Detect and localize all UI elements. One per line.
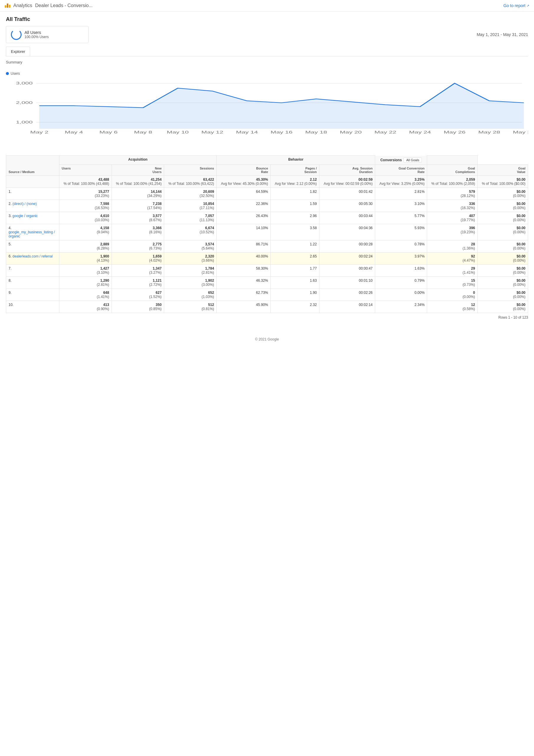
row-num: 4.: [9, 226, 12, 230]
row-new-users: 7,238 (17.54%): [112, 200, 164, 212]
x-label-may22: May 22: [375, 130, 396, 134]
row-users: 648 (1.41%): [59, 288, 112, 301]
row-goal-conv-rate: 0.78%: [375, 240, 427, 252]
row-pages-session: 2.96: [271, 212, 319, 224]
all-goals-button[interactable]: All Goals: [404, 157, 422, 163]
source-link[interactable]: dealerleads.com / referral: [13, 254, 53, 258]
row-pages-session: 1.59: [271, 200, 319, 212]
x-label-may16: May 16: [271, 130, 293, 134]
total-pages-session: 2.12 Avg for View: 2.12 (0.00%): [271, 176, 319, 188]
y-label-1000: 1,000: [16, 121, 33, 124]
row-goal-value: $0.00 (0.00%): [478, 240, 528, 252]
table-row: 2. (direct) / (none) 7,598 (16.53%) 7,23…: [6, 200, 528, 212]
table-row: 9. 648 (1.41%) 627 (1.52%) 652 (1.03%) 6…: [6, 288, 528, 301]
row-new-users: 3,577 (8.67%): [112, 212, 164, 224]
table-row: 5. 2,889 (6.28%) 2,775 (6.73%) 3,574 (5.…: [6, 240, 528, 252]
row-users: 1,900 (4.13%): [59, 252, 112, 264]
x-label-may12: May 12: [201, 130, 223, 134]
row-goal-conv-rate: 5.77%: [375, 212, 427, 224]
row-new-users: 14,144 (34.29%): [112, 188, 164, 200]
row-bounce-rate: 45.90%: [217, 301, 271, 313]
segment-icon: [11, 29, 21, 40]
row-users: 1,427 (3.10%): [59, 264, 112, 276]
row-avg-duration: 00:00:28: [319, 240, 375, 252]
chart-area-fill: [39, 83, 524, 129]
row-new-users: 627 (1.52%): [112, 288, 164, 301]
row-new-users: 1,121 (2.72%): [112, 276, 164, 288]
row-num-source: 9.: [6, 288, 59, 301]
table-row: 10. 413 (0.90%) 350 (0.85%) 512 (0.81%) …: [6, 301, 528, 313]
rows-info: Rows 1 - 10 of 123: [6, 315, 528, 319]
col-group-behavior: Behavior: [217, 156, 375, 165]
total-label: [6, 176, 59, 188]
total-goal-completions: 2,059 % of Total: 100.00% (2,059): [427, 176, 478, 188]
row-avg-duration: 00:02:24: [319, 252, 375, 264]
col-bounce-rate: BounceRate: [217, 165, 271, 176]
source-link[interactable]: google / organic: [13, 214, 38, 218]
row-users: 4,158 (9.04%): [59, 224, 112, 240]
row-sessions: 512 (0.81%): [164, 301, 217, 313]
row-num-source: 2. (direct) / (none): [6, 200, 59, 212]
row-goal-conv-rate: 2.81%: [375, 188, 427, 200]
row-goal-conv-rate: 0.00%: [375, 288, 427, 301]
page-title: All Traffic: [6, 16, 528, 22]
row-users: 2,889 (6.28%): [59, 240, 112, 252]
row-pages-session: 1.82: [271, 188, 319, 200]
row-goal-conv-rate: 1.63%: [375, 264, 427, 276]
row-sessions: 6,674 (10.52%): [164, 224, 217, 240]
header-left: Analytics Dealer Leads - Conversio...: [5, 3, 93, 8]
footer: © 2021 Google: [6, 337, 528, 347]
col-avg-session: Avg. SessionDuration: [319, 165, 375, 176]
row-goal-value: $0.00 (0.00%): [478, 200, 528, 212]
col-sessions: Sessions: [164, 165, 217, 176]
col-header-row: Users NewUsers Sessions BounceRate Pages…: [6, 165, 528, 176]
row-bounce-rate: 14.10%: [217, 224, 271, 240]
table-row: 3. google / organic 4,610 (10.03%) 3,577…: [6, 212, 528, 224]
row-avg-duration: 00:04:36: [319, 224, 375, 240]
row-goal-value: $0.00 (0.00%): [478, 212, 528, 224]
row-goal-completions: 92 (4.47%): [427, 252, 478, 264]
row-goal-completions: 0 (0.00%): [427, 288, 478, 301]
row-pages-session: 1.63: [271, 276, 319, 288]
table-body: 1. 15,277 (33.23%) 14,144 (34.29%) 20,60…: [6, 188, 528, 313]
row-num: 3.: [9, 214, 12, 218]
row-goal-completions: 336 (16.32%): [427, 200, 478, 212]
go-to-report-link[interactable]: Go to report ↗: [503, 3, 529, 8]
row-avg-duration: 00:01:10: [319, 276, 375, 288]
tab-explorer[interactable]: Explorer: [6, 47, 30, 56]
source-link[interactable]: google_my_business_listing / organic: [9, 230, 55, 238]
y-label-3000: 3,000: [16, 82, 33, 85]
conversions-label: Conversions: [380, 158, 402, 162]
row-num: 9.: [9, 291, 12, 295]
row-sessions: 1,784 (2.81%): [164, 264, 217, 276]
row-pages-session: 1.77: [271, 264, 319, 276]
col-group-acquisition: Acquisition: [59, 156, 217, 165]
row-pages-session: 1.22: [271, 240, 319, 252]
source-link[interactable]: (direct) / (none): [13, 202, 37, 206]
row-goal-completions: 29 (1.41%): [427, 264, 478, 276]
data-table: Source / Medium Acquisition Behavior Con…: [6, 155, 528, 313]
segment-percentage: 100.00% Users: [24, 35, 49, 39]
total-bounce-rate: 45.30% Avg for View: 45.30% (0.00%): [217, 176, 271, 188]
col-group-conversions: Conversions All Goals: [375, 156, 427, 165]
col-group-goal-value-header: [427, 156, 478, 165]
row-num-source: 1.: [6, 188, 59, 200]
row-avg-duration: 00:03:44: [319, 212, 375, 224]
row-new-users: 2,775 (6.73%): [112, 240, 164, 252]
row-avg-duration: 00:02:14: [319, 301, 375, 313]
row-users: 413 (0.90%): [59, 301, 112, 313]
row-num-source: 6. dealerleads.com / referral: [6, 252, 59, 264]
tabs-bar: Explorer: [6, 47, 528, 56]
go-to-report-label: Go to report: [503, 3, 525, 8]
row-users: 7,598 (16.53%): [59, 200, 112, 212]
x-label-may20: May 20: [340, 130, 361, 134]
row-sessions: 20,609 (32.50%): [164, 188, 217, 200]
row-pages-session: 2.32: [271, 301, 319, 313]
col-source-medium: Source / Medium: [6, 156, 59, 176]
row-bounce-rate: 22.36%: [217, 200, 271, 212]
col-goal-value: GoalValue: [478, 165, 528, 176]
chart-metric-text: Users: [11, 71, 20, 76]
analytics-logo: [5, 4, 10, 8]
row-num: 1.: [9, 190, 12, 194]
table-row: 4. google_my_business_listing / organic …: [6, 224, 528, 240]
